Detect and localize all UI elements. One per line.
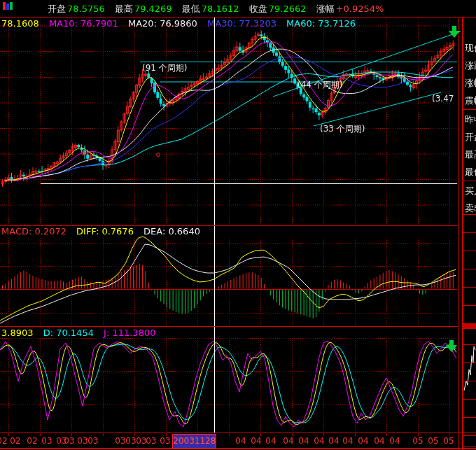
date-tick-label: 04	[298, 436, 309, 446]
date-tick-label: 04	[389, 436, 400, 446]
side-grid-line	[463, 344, 476, 345]
close-label: 收盘	[249, 3, 267, 14]
date-tick-label: 04	[374, 436, 384, 446]
date-tick-label: 03	[115, 436, 125, 446]
side-grid-line	[463, 232, 476, 233]
side-red-band	[463, 323, 476, 329]
ma30-value: MA30: 77.3203	[207, 18, 276, 29]
date-tick-label: 03	[77, 436, 88, 446]
side-grid-line	[463, 381, 476, 381]
header-divider	[0, 17, 476, 17]
k-value: 3.8903	[1, 328, 34, 338]
horizontal-price-line	[41, 183, 457, 184]
low-value: 78.1612	[202, 3, 239, 14]
side-label-5: 开盘	[465, 131, 476, 143]
date-tick-label: 05	[412, 436, 423, 446]
quote-side-panel: 现价涨跌涨幅震幅昨收开盘最高最低买入卖出	[463, 17, 476, 450]
date-tick-label: 04	[358, 436, 368, 446]
ma5-value: 78.1608	[1, 18, 39, 29]
high-value: 79.4269	[134, 3, 172, 14]
kdj-values-row: 3.8903 D: 70.1454 J: 111.3800	[1, 328, 162, 338]
annotation-91-periods: (91 个周期)	[142, 62, 187, 74]
date-tick-label: 03	[88, 436, 98, 446]
side-separator	[463, 109, 476, 110]
side-grid-line	[463, 305, 476, 306]
date-tick-label: 04	[235, 436, 246, 446]
change-label: 涨幅	[316, 3, 335, 14]
macd-value: MACD: 0.2072	[1, 226, 66, 237]
dea-value: DEA: 0.6640	[144, 226, 200, 237]
date-tick-label: 04	[265, 436, 276, 446]
ma20-value: MA20: 76.9860	[128, 18, 197, 29]
date-tick-label: 03	[41, 436, 52, 446]
date-tick-label: 03	[136, 436, 146, 446]
side-grid-line	[463, 251, 476, 251]
macd-values-row: MACD: 0.2072 DIFF: 0.7676 DEA: 0.6640	[1, 227, 207, 237]
side-separator	[463, 181, 476, 181]
down-arrow-marker-kdj	[446, 340, 457, 352]
date-tick-label: 03	[160, 436, 170, 446]
annotation-3-47: (3.47	[432, 94, 454, 104]
side-label-8: 买入	[465, 185, 476, 197]
ma60-value: MA60: 73.7126	[286, 18, 356, 29]
date-tick-label: 03	[146, 436, 156, 446]
date-tick-label: 04	[314, 436, 324, 446]
low-label: 最低	[182, 3, 200, 14]
side-label-3: 震幅	[465, 94, 476, 107]
macd-panel-divider	[0, 225, 458, 226]
crosshair-vertical-line	[214, 17, 215, 433]
side-separator	[463, 214, 476, 215]
selected-date-badge[interactable]: 20031128	[172, 434, 216, 449]
date-axis[interactable]: 20031128 0202020303030303030303030304040…	[0, 434, 456, 450]
date-tick-label: 04	[342, 436, 353, 446]
open-value: 78.5756	[67, 3, 105, 14]
date-tick-label: 04	[283, 436, 293, 446]
quote-header: 开盘78.5756 最高79.4269 最低78.1612 收盘79.2662 …	[41, 3, 384, 15]
date-tick-label: 05	[443, 436, 454, 446]
high-label: 最高	[115, 3, 133, 14]
ma10-value: MA10: 76.7901	[49, 18, 118, 29]
side-label-2: 涨幅	[465, 77, 476, 90]
right-panel-border-inner	[458, 17, 458, 450]
side-label-4: 昨收	[465, 113, 476, 126]
date-tick-label: 03	[125, 436, 136, 446]
date-tick-label: 02	[10, 436, 20, 446]
date-tick-label: 04	[251, 436, 261, 446]
stock-chart-window: 开盘78.5756 最高79.4269 最低78.1612 收盘79.2662 …	[0, 0, 476, 450]
ma-values-row: 78.1608 MA10: 76.7901 MA20: 76.9860 MA30…	[1, 19, 363, 29]
side-grid-line	[463, 269, 476, 269]
date-tick-label: 04	[328, 436, 339, 446]
side-grid-line	[463, 435, 476, 436]
side-grid-line	[463, 399, 476, 400]
app-icon	[3, 1, 14, 10]
change-value: +0.9254%	[336, 3, 384, 14]
date-tick-label: 02	[27, 436, 37, 446]
side-label-9: 卖出	[465, 202, 476, 215]
close-value: 79.2662	[269, 3, 307, 14]
diff-value: DIFF: 0.7676	[76, 226, 134, 237]
annotation-44-periods: (44 个周期)	[298, 79, 342, 91]
side-grid-line	[463, 287, 476, 288]
date-tick-label: 03	[64, 436, 74, 446]
down-arrow-marker-main	[449, 26, 460, 38]
side-grid-line	[463, 363, 476, 363]
side-label-7: 最低	[465, 166, 476, 178]
open-label: 开盘	[48, 3, 66, 14]
side-grid-line	[463, 417, 476, 418]
axis-divider	[0, 433, 476, 433]
side-label-6: 最高	[465, 148, 476, 161]
date-tick-label: 05	[428, 436, 438, 446]
date-tick-label: 02	[0, 436, 8, 446]
side-label-0: 现价	[465, 42, 476, 55]
d-value: D: 70.1454	[43, 328, 94, 338]
kdj-panel-divider	[0, 326, 458, 327]
j-value: J: 111.3800	[104, 328, 155, 338]
side-grid-line	[463, 447, 476, 447]
annotation-33-periods: (33 个周期)	[320, 123, 365, 135]
side-label-1: 涨跌	[465, 59, 476, 72]
